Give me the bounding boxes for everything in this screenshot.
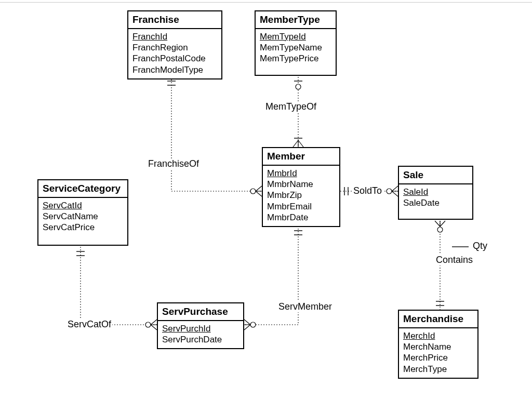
attr: ServCatName — [43, 211, 123, 222]
attr: ServPurchDate — [162, 334, 239, 345]
rel-label-franchiseof: FranchiseOf — [147, 158, 200, 169]
attr: MmbrDate — [267, 212, 335, 223]
attr: MmbrZip — [267, 190, 335, 201]
attr: FranchModelType — [132, 64, 217, 75]
entity-membertype: MemberType MemTypeId MemTypeName MemType… — [255, 10, 337, 76]
attr: FranchPostalCode — [132, 53, 217, 64]
entity-attrs: FranchId FranchRegion FranchPostalCode F… — [128, 29, 221, 78]
er-diagram: Franchise FranchId FranchRegion FranchPo… — [0, 0, 532, 412]
attr: MerchPrice — [403, 352, 473, 363]
rel-label-servcatof: ServCatOf — [66, 319, 112, 330]
entity-member: Member MmbrId MmbrName MmbrZip MmbrEmail… — [262, 147, 340, 227]
entity-title: Member — [263, 148, 339, 166]
attr: FranchRegion — [132, 42, 217, 53]
attr-pk: FranchId — [132, 31, 217, 42]
entity-title: ServPurchase — [158, 303, 243, 321]
entity-servpurchase: ServPurchase ServPurchId ServPurchDate — [157, 302, 244, 349]
svg-point-8 — [387, 189, 392, 194]
rel-label-soldto: SoldTo — [352, 185, 383, 196]
attr: MemTypeName — [260, 42, 331, 53]
entity-attrs: SaleId SaleDate — [399, 184, 472, 212]
attr-pk: MemTypeId — [260, 31, 331, 42]
svg-point-5 — [250, 189, 256, 194]
entity-attrs: MemTypeId MemTypeName MemTypePrice — [256, 29, 336, 68]
entity-servicecategory: ServiceCategory ServCatId ServCatName Se… — [37, 179, 128, 246]
entity-title: Merchandise — [399, 311, 477, 328]
rel-label-servmember: ServMember — [277, 301, 333, 312]
entity-title: MemberType — [256, 11, 336, 29]
attr: MemTypePrice — [260, 53, 331, 64]
attr: MerchType — [403, 364, 473, 375]
entity-attrs: MmbrId MmbrName MmbrZip MmbrEmail MmbrDa… — [263, 166, 339, 226]
entity-sale: Sale SaleId SaleDate — [398, 166, 473, 220]
entity-attrs: ServCatId ServCatName ServCatPrice — [38, 198, 127, 236]
rel-label-memtypeof: MemTypeOf — [264, 101, 317, 112]
attr: MerchName — [403, 341, 473, 352]
attr-pk: SaleId — [403, 187, 468, 197]
rel-attr-qty: Qty — [472, 241, 488, 251]
attr-pk: ServPurchId — [162, 323, 239, 334]
attr: MmbrName — [267, 179, 335, 190]
entity-title: Franchise — [128, 11, 221, 29]
svg-point-0 — [296, 84, 301, 89]
attr-pk: MmbrId — [267, 168, 335, 179]
attr-pk: ServCatId — [43, 200, 123, 211]
attr: MmbrEmail — [267, 201, 335, 212]
entity-franchise: Franchise FranchId FranchRegion FranchPo… — [127, 10, 222, 79]
attr: ServCatPrice — [43, 222, 123, 233]
svg-point-9 — [437, 227, 443, 232]
entity-attrs: MerchId MerchName MerchPrice MerchType — [399, 328, 477, 378]
svg-point-18 — [145, 322, 151, 327]
entity-title: Sale — [399, 167, 472, 184]
entity-merchandise: Merchandise MerchId MerchName MerchPrice… — [398, 310, 478, 379]
svg-point-15 — [250, 322, 256, 327]
attr-pk: MerchId — [403, 330, 473, 341]
entity-attrs: ServPurchId ServPurchDate — [158, 321, 243, 349]
attr: SaleDate — [403, 197, 468, 208]
rel-label-contains: Contains — [435, 255, 474, 265]
entity-title: ServiceCategory — [38, 180, 127, 198]
